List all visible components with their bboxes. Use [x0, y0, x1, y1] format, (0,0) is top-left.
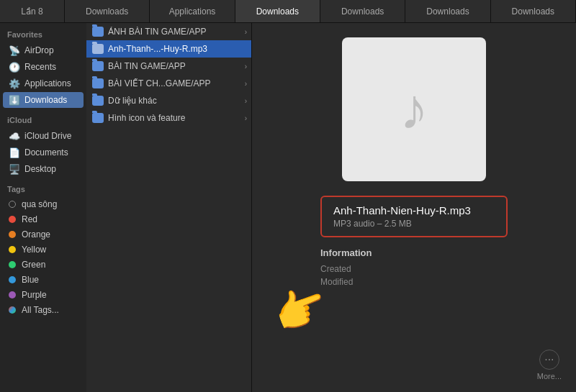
- more-button[interactable]: ··· More...: [537, 350, 562, 380]
- file-info-box: Anh-Thanh-Nien-Huy-R.mp3 MP3 audio – 2.5…: [320, 196, 508, 237]
- tab-lan[interactable]: Lần 8: [0, 0, 65, 22]
- sidebar-item-applications[interactable]: ⚙️ Applications: [3, 76, 84, 91]
- detail-area: ♪ Anh-Thanh-Nien-Huy-R.mp3 MP3 audio – 2…: [252, 23, 576, 392]
- folder-icon-4: [92, 96, 104, 106]
- sidebar-item-icloud-drive[interactable]: ☁️ iCloud Drive: [3, 128, 84, 144]
- folder-icon-2: [92, 61, 104, 71]
- tag-dot-purple: [9, 291, 16, 298]
- sidebar-item-airdrop[interactable]: 📡 AirDrop: [3, 42, 84, 58]
- sidebar-item-tag-purple[interactable]: Purple: [3, 288, 84, 302]
- downloads-icon: ⬇️: [9, 94, 20, 106]
- file-item-0[interactable]: ẢNH BÀI TIN GAME/APP ›: [86, 23, 251, 40]
- tab-downloads-active[interactable]: Downloads: [235, 0, 320, 22]
- folder-icon: [92, 27, 104, 37]
- file-info-type: MP3 audio – 2.5 MB: [333, 219, 495, 229]
- tag-dot-green: [9, 261, 16, 268]
- file-icon-mp3: [92, 44, 104, 54]
- tab-downloads-1[interactable]: Downloads: [65, 0, 150, 22]
- chevron-right-icon: ›: [245, 28, 247, 36]
- file-info-name: Anh-Thanh-Nien-Huy-R.mp3: [333, 204, 495, 216]
- airdrop-icon: 📡: [9, 45, 20, 56]
- folder-icon-5: [92, 113, 104, 123]
- tag-dot-yellow: [9, 246, 16, 253]
- recents-icon: 🕐: [9, 61, 20, 73]
- chevron-right-icon-3: ›: [245, 80, 247, 88]
- sidebar-item-downloads[interactable]: ⬇️ Downloads: [3, 92, 84, 108]
- icloud-label: iCloud: [0, 109, 86, 127]
- main-area: Favorites 📡 AirDrop 🕐 Recents ⚙️ Applica…: [0, 23, 576, 392]
- desktop-icon: 🖥️: [9, 163, 20, 175]
- tag-dot-none: [9, 201, 16, 208]
- file-item-5[interactable]: Hình icon và feature ›: [86, 109, 251, 127]
- sidebar-item-documents[interactable]: 📄 Documents: [3, 145, 84, 160]
- sidebar-item-tag-orange[interactable]: Orange: [3, 227, 84, 242]
- music-note-icon: ♪: [400, 81, 428, 138]
- sidebar-item-recents[interactable]: 🕐 Recents: [3, 59, 84, 75]
- folder-icon-3: [92, 78, 104, 88]
- favorites-label: Favorites: [0, 23, 86, 42]
- sidebar-item-tag-green[interactable]: Green: [3, 257, 84, 272]
- file-item-3[interactable]: BÀI VIẾT CH...GAME/APP ›: [86, 75, 251, 92]
- info-section: Information Created Modified: [320, 247, 508, 290]
- sidebar-item-desktop[interactable]: 🖥️ Desktop: [3, 161, 84, 177]
- created-row: Created: [320, 264, 508, 274]
- sidebar-item-tag-quasong[interactable]: qua sông: [3, 197, 84, 211]
- sidebar: Favorites 📡 AirDrop 🕐 Recents ⚙️ Applica…: [0, 23, 86, 392]
- file-area: ẢNH BÀI TIN GAME/APP › Anh-Thanh-...-Huy…: [86, 23, 576, 392]
- file-item-2[interactable]: BÀI TIN GAME/APP ›: [86, 58, 251, 75]
- tab-bar: Lần 8 Downloads Applications Downloads D…: [0, 0, 576, 23]
- icloud-drive-icon: ☁️: [9, 130, 20, 142]
- tab-downloads-5[interactable]: Downloads: [491, 0, 576, 22]
- info-section-title: Information: [320, 247, 508, 258]
- preview-box: ♪: [342, 37, 486, 181]
- tab-downloads-4[interactable]: Downloads: [405, 0, 490, 22]
- tab-downloads-3[interactable]: Downloads: [320, 0, 405, 22]
- more-label: More...: [537, 372, 562, 380]
- chevron-right-icon-5: ›: [245, 114, 247, 122]
- modified-row: Modified: [320, 277, 508, 287]
- sidebar-item-tag-all[interactable]: All Tags...: [3, 303, 84, 317]
- chevron-right-icon-4: ›: [245, 97, 247, 105]
- tags-label: Tags: [0, 178, 86, 196]
- tag-dot-orange: [9, 231, 16, 238]
- sidebar-item-tag-red[interactable]: Red: [3, 212, 84, 227]
- tag-dot-alltags: [9, 306, 16, 314]
- tag-dot-red: [9, 216, 16, 223]
- more-circle-icon: ···: [539, 350, 559, 370]
- file-list: ẢNH BÀI TIN GAME/APP › Anh-Thanh-...-Huy…: [86, 23, 252, 392]
- tag-dot-blue: [9, 276, 16, 283]
- file-item-1[interactable]: Anh-Thanh-...-Huy-R.mp3: [86, 40, 251, 58]
- sidebar-item-tag-blue[interactable]: Blue: [3, 273, 84, 287]
- applications-icon: ⚙️: [9, 78, 20, 89]
- file-item-4[interactable]: Dữ liệu khác ›: [86, 92, 251, 109]
- sidebar-item-tag-yellow[interactable]: Yellow: [3, 242, 84, 257]
- tab-applications[interactable]: Applications: [150, 0, 235, 22]
- documents-icon: 📄: [9, 147, 20, 158]
- chevron-right-icon-2: ›: [245, 63, 247, 70]
